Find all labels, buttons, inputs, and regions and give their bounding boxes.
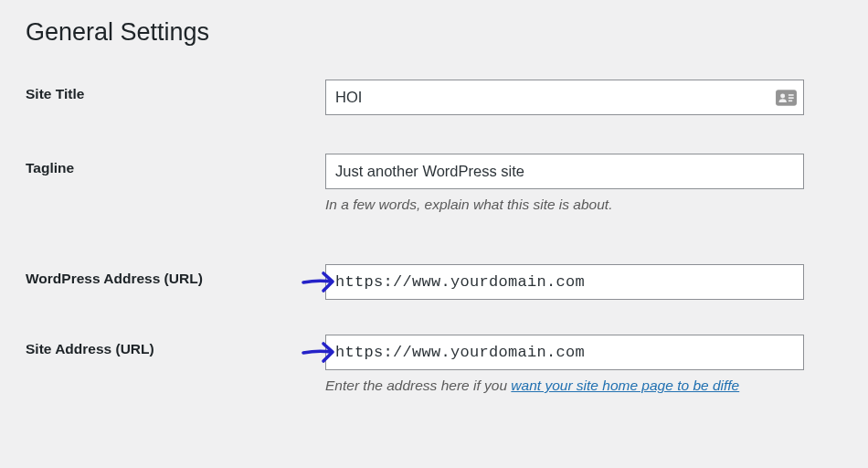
- site-url-input[interactable]: [325, 335, 804, 370]
- site-url-description-prefix: Enter the address here if you: [325, 378, 511, 393]
- site-title-label: Site Title: [26, 86, 84, 101]
- tagline-input[interactable]: [325, 154, 804, 189]
- site-url-description-link[interactable]: want your site home page to be diffe: [511, 378, 739, 393]
- form-row-site-url: Site Address (URL) Enter the address her…: [26, 335, 868, 394]
- form-row-tagline: Tagline In a few words, explain what thi…: [26, 154, 868, 213]
- site-url-label: Site Address (URL): [26, 341, 154, 356]
- tagline-description: In a few words, explain what this site i…: [325, 197, 859, 213]
- site-title-input[interactable]: [325, 80, 804, 115]
- wordpress-url-label: WordPress Address (URL): [26, 271, 203, 286]
- tagline-label: Tagline: [26, 160, 74, 176]
- wordpress-url-input[interactable]: [325, 264, 804, 300]
- site-url-description: Enter the address here if you want your …: [325, 378, 859, 394]
- form-row-wordpress-url: WordPress Address (URL): [26, 264, 868, 300]
- form-row-site-title: Site Title: [26, 80, 868, 115]
- page-title: General Settings: [26, 18, 868, 47]
